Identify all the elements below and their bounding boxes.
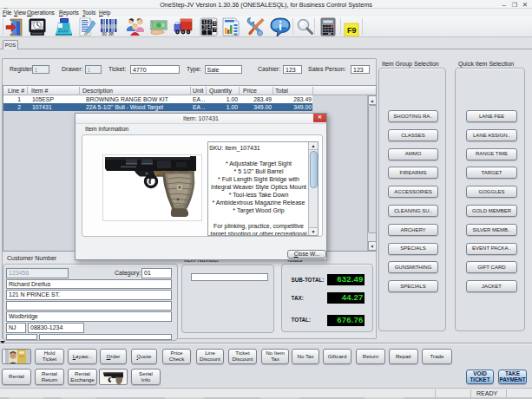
svg-text:5: 5 [213,21,216,26]
svg-text:F9: F9 [347,26,357,35]
svg-text:4: 4 [208,24,211,29]
svg-text:3: 3 [203,24,206,29]
svg-text:7: 7 [213,27,216,32]
svg-text:30 38: 30 38 [102,31,114,36]
